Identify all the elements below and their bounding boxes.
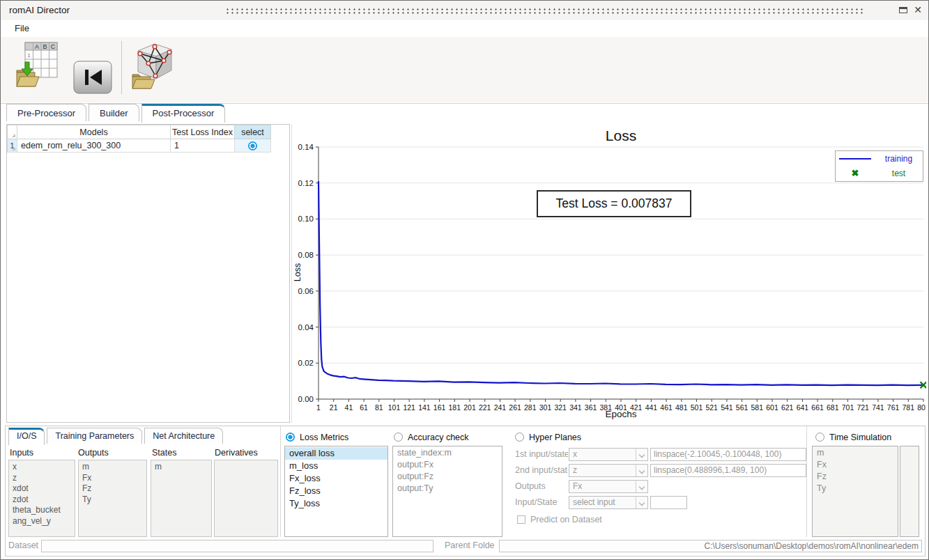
tab-builder[interactable]: Builder xyxy=(89,104,139,121)
svg-text:B: B xyxy=(43,43,47,50)
load-model-button[interactable] xyxy=(130,40,176,94)
svg-text:0.02: 0.02 xyxy=(298,359,314,367)
dataset-label: Dataset xyxy=(8,540,38,550)
close-icon[interactable]: ✕ xyxy=(914,4,922,15)
chart-xlabel: Epochs xyxy=(318,409,923,419)
second-input-state-combo[interactable]: z xyxy=(569,464,648,477)
svg-text:1: 1 xyxy=(27,52,31,59)
list-item[interactable]: Fx_loss xyxy=(285,472,387,485)
list-item[interactable]: Fx xyxy=(79,473,146,484)
list-item[interactable]: Fz xyxy=(813,471,898,483)
svg-text:0.06: 0.06 xyxy=(298,287,314,295)
list-item[interactable]: Fz xyxy=(79,483,146,495)
toolbar-separator xyxy=(121,41,122,94)
tab-ios[interactable]: I/O/S xyxy=(8,428,45,445)
time-simulation-side-list xyxy=(900,446,919,537)
list-item[interactable]: m xyxy=(813,447,898,459)
tab-pre-processor[interactable]: Pre-Processor xyxy=(6,104,86,121)
list-item[interactable]: xdot xyxy=(9,483,75,495)
app-window: romAI Director ✕ File A B C 1 xyxy=(0,0,929,560)
menubar: File xyxy=(1,20,928,36)
column-header-models[interactable]: Models xyxy=(17,125,171,139)
hyper-planes-radio[interactable] xyxy=(515,433,524,442)
list-item[interactable]: Ty xyxy=(79,495,146,506)
predict-on-dataset-checkbox[interactable] xyxy=(517,515,525,524)
reset-button[interactable] xyxy=(73,61,112,97)
tab-post-processor[interactable]: Post-Processor xyxy=(141,104,226,123)
column-header-select[interactable]: select xyxy=(235,125,271,139)
list-item[interactable]: theta_bucket xyxy=(9,505,75,516)
second-input-state-label: 2nd input/stat xyxy=(515,465,568,475)
list-item[interactable]: z xyxy=(9,473,75,484)
models-table-header: Models Test Loss Index select xyxy=(7,125,289,139)
table-folder-icon: A B C 1 xyxy=(15,41,59,91)
svg-text:0.12: 0.12 xyxy=(298,179,314,187)
model-select-radio[interactable] xyxy=(248,141,257,150)
svg-text:0.10: 0.10 xyxy=(298,215,314,223)
row-number: 1 xyxy=(7,139,17,153)
loss-metrics-radio[interactable] xyxy=(286,433,295,442)
list-item[interactable]: overall loss xyxy=(285,447,387,460)
list-item[interactable]: Ty_loss xyxy=(285,497,387,510)
list-item[interactable]: state_index:m xyxy=(393,447,502,459)
toolbar: A B C 1 xyxy=(1,37,928,102)
list-item[interactable]: m xyxy=(151,462,211,473)
list-item[interactable]: zdot xyxy=(9,495,75,506)
states-label: States xyxy=(152,448,176,458)
column-header-test-loss-index[interactable]: Test Loss Index xyxy=(171,125,235,139)
loss-metrics-list: overall loss m_loss Fx_loss Fz_loss Ty_l… xyxy=(284,446,388,537)
table-row: 1 edem_rom_relu_300_300 1 xyxy=(7,139,289,153)
first-linspace-field[interactable]: linspace(-2.10045,-0.100448, 100) xyxy=(650,448,806,461)
second-linspace-field[interactable]: linspace(0.488996,1.489, 100) xyxy=(650,464,806,477)
list-item[interactable]: m_loss xyxy=(285,460,387,472)
outputs-combo-label: Outputs xyxy=(515,481,568,491)
tab-training-parameters[interactable]: Training Parameters xyxy=(47,428,142,444)
list-item[interactable]: output:Fx xyxy=(393,459,502,471)
inputs-list: x z xdot zdot theta_bucket ang_vel_y xyxy=(8,460,75,537)
panel-divider xyxy=(806,426,807,537)
outputs-label: Outputs xyxy=(78,448,109,458)
training-line-sample xyxy=(836,158,875,160)
list-item[interactable]: m xyxy=(79,462,146,473)
input-state-value-field[interactable] xyxy=(650,496,687,509)
model-select-cell xyxy=(235,139,271,153)
parent-folder-input[interactable]: C:\Users\sonuman\Desktop\demos\romAI\non… xyxy=(499,540,922,552)
table-corner-cell xyxy=(7,125,17,139)
main-tabstrip: Pre-Processor Builder Post-Processor xyxy=(6,104,225,123)
list-item[interactable]: output:Fz xyxy=(393,471,502,483)
panel-divider xyxy=(280,426,281,537)
chevron-down-icon xyxy=(636,481,647,492)
predict-on-dataset-label: Predict on Dataset xyxy=(530,515,602,524)
test-loss-index-cell[interactable]: 1 xyxy=(171,139,235,153)
hyper-planes-label: Hyper Planes xyxy=(529,433,581,442)
maximize-icon[interactable] xyxy=(899,7,907,13)
derivatives-label: Derivatives xyxy=(215,448,258,458)
menu-file[interactable]: File xyxy=(12,22,32,34)
list-item[interactable]: Ty xyxy=(813,483,898,495)
test-x-marker: ✖ xyxy=(836,169,875,178)
dataset-input[interactable] xyxy=(41,540,433,552)
parent-folder-label: Parent Folde xyxy=(445,540,498,550)
list-item[interactable]: Fx xyxy=(813,459,898,471)
loss-chart-panel: Loss Loss 0.000.020.040.060.080.100.120.… xyxy=(291,124,926,423)
model-name-cell[interactable]: edem_rom_relu_300_300 xyxy=(17,139,171,153)
list-item[interactable]: output:Ty xyxy=(393,483,502,495)
derivatives-list xyxy=(214,460,278,537)
list-item[interactable]: x xyxy=(9,462,75,473)
first-input-state-combo[interactable]: x xyxy=(569,448,648,461)
svg-text:0.08: 0.08 xyxy=(298,251,314,259)
input-state-combo[interactable]: select input xyxy=(569,496,648,509)
load-dataset-button[interactable]: A B C 1 xyxy=(15,41,59,94)
accuracy-check-radio[interactable] xyxy=(394,433,403,442)
list-item[interactable]: ang_vel_y xyxy=(9,516,75,527)
status-row: Dataset Parent Folde C:\Users\sonuman\De… xyxy=(6,538,925,554)
titlebar-drag-pattern xyxy=(225,8,864,15)
app-title: romAI Director xyxy=(9,5,70,15)
legend-entry-training: training xyxy=(836,151,923,166)
tab-net-architecture[interactable]: Net Architecture xyxy=(144,428,223,444)
states-list: m xyxy=(151,460,212,537)
outputs-combo[interactable]: Fx xyxy=(569,480,648,493)
time-simulation-radio[interactable] xyxy=(815,433,824,442)
list-item[interactable]: Fz_loss xyxy=(285,485,387,497)
loss-chart: 0.000.020.040.060.080.100.120.1412141618… xyxy=(292,124,926,423)
